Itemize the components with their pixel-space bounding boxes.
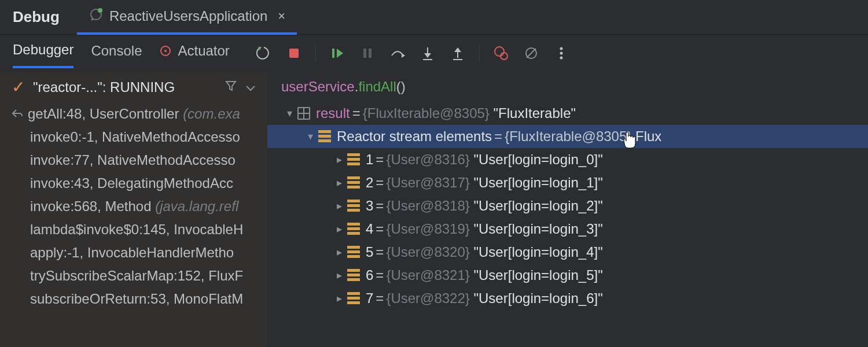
- chevron-right-icon[interactable]: ▸: [331, 246, 347, 259]
- svg-point-17: [560, 52, 562, 55]
- back-icon: [10, 106, 23, 122]
- list-icon: [347, 200, 360, 212]
- tab-actuator[interactable]: Actuator: [159, 39, 229, 67]
- thread-selector[interactable]: ✓ "reactor-...": RUNNING: [0, 72, 267, 102]
- rerun-icon: [89, 7, 104, 25]
- list-icon: [347, 246, 360, 259]
- filter-icon[interactable]: [225, 79, 237, 95]
- chevron-right-icon[interactable]: ▸: [331, 269, 347, 282]
- list-icon: [347, 269, 360, 282]
- evaluate-expression[interactable]: userService.findAll(): [267, 72, 868, 102]
- stack-frame[interactable]: trySubscribeScalarMap:152, FluxF: [0, 264, 267, 287]
- chevron-right-icon[interactable]: ▸: [331, 292, 347, 305]
- separator: [315, 43, 316, 63]
- stack-frame[interactable]: invoke:43, DelegatingMethodAcc: [0, 172, 267, 195]
- resume-button[interactable]: [329, 45, 346, 62]
- variable-row-element[interactable]: ▸ 7={User@8322} "User[login=login_6]": [267, 287, 868, 310]
- cursor-icon: [621, 131, 638, 153]
- check-icon: ✓: [12, 77, 25, 97]
- tool-window-title: Debug: [0, 8, 77, 26]
- chevron-right-icon[interactable]: ▸: [331, 200, 347, 212]
- variable-row-result[interactable]: ▾ result={FluxIterable@8305} "FluxIterab…: [267, 102, 868, 125]
- chevron-down-icon[interactable]: [245, 79, 256, 95]
- debugger-toolbar: Debugger Console Actuator: [0, 35, 868, 72]
- list-icon: [347, 153, 360, 166]
- variable-row-element[interactable]: ▸ 5={User@8320} "User[login=login_4]": [267, 241, 868, 264]
- svg-line-15: [527, 49, 536, 58]
- svg-point-3: [164, 50, 167, 52]
- list-icon: [347, 176, 360, 189]
- stack-frame[interactable]: lambda$invoke$0:145, InvocableH: [0, 218, 267, 241]
- chevron-right-icon[interactable]: ▸: [331, 153, 347, 166]
- frames-panel: ✓ "reactor-...": RUNNING getAll:48, User…: [0, 72, 267, 347]
- chevron-down-icon[interactable]: ▾: [302, 130, 318, 143]
- tab-console[interactable]: Console: [91, 39, 142, 67]
- svg-point-18: [560, 57, 562, 60]
- list-icon: [347, 223, 360, 235]
- actuator-icon: [159, 45, 172, 57]
- list-icon: [318, 130, 331, 143]
- svg-rect-6: [363, 49, 366, 58]
- svg-rect-7: [369, 49, 372, 58]
- separator: [479, 43, 480, 63]
- list-icon: [347, 292, 360, 305]
- stack-frame[interactable]: apply:-1, InvocableHandlerMetho: [0, 241, 267, 264]
- close-icon[interactable]: ×: [278, 9, 285, 24]
- svg-point-1: [98, 8, 102, 13]
- chevron-right-icon[interactable]: ▸: [331, 176, 347, 189]
- variable-row-element[interactable]: ▸ 3={User@8318} "User[login=login_2]": [267, 194, 868, 217]
- stack-frame[interactable]: getAll:48, UserController (com.exa: [0, 102, 267, 125]
- variable-row-element[interactable]: ▸ 2={User@8317} "User[login=login_1]": [267, 171, 868, 194]
- chevron-down-icon[interactable]: ▾: [281, 107, 297, 120]
- rerun-button[interactable]: [255, 45, 273, 62]
- variable-row-element[interactable]: ▸ 6={User@8321} "User[login=login_5]": [267, 264, 868, 287]
- variables-panel: userService.findAll() ▾ result={FluxIter…: [267, 72, 868, 347]
- svg-rect-4: [289, 49, 299, 58]
- top-bar: Debug ReactiveUsersApplication ×: [0, 0, 868, 35]
- view-breakpoints-button[interactable]: [492, 45, 510, 62]
- pause-button[interactable]: [359, 45, 376, 62]
- stop-button[interactable]: [285, 45, 303, 62]
- tab-label: ReactiveUsersApplication: [109, 8, 267, 24]
- step-over-button[interactable]: [389, 45, 406, 62]
- mute-breakpoints-button[interactable]: [523, 45, 540, 62]
- table-icon: [297, 107, 310, 120]
- run-config-tab[interactable]: ReactiveUsersApplication ×: [77, 0, 297, 35]
- variable-row-stream[interactable]: ▾ Reactor stream elements={FluxIterable@…: [267, 125, 868, 148]
- stack-frame[interactable]: invoke0:-1, NativeMethodAccesso: [0, 125, 267, 149]
- svg-point-16: [560, 47, 562, 50]
- svg-point-12: [495, 47, 504, 56]
- more-button[interactable]: [553, 45, 570, 62]
- chevron-right-icon[interactable]: ▸: [331, 223, 347, 235]
- stack-frame[interactable]: subscribeOrReturn:53, MonoFlatM: [0, 287, 267, 311]
- svg-rect-5: [332, 49, 334, 58]
- stack-frame[interactable]: invoke:77, NativeMethodAccesso: [0, 149, 267, 172]
- variable-row-element[interactable]: ▸ 1={User@8316} "User[login=login_0]": [267, 148, 868, 171]
- stack-frame[interactable]: invoke:568, Method (java.lang.refl: [0, 195, 267, 218]
- step-out-button[interactable]: [449, 45, 466, 62]
- tab-debugger[interactable]: Debugger: [13, 38, 73, 68]
- main-panel: ✓ "reactor-...": RUNNING getAll:48, User…: [0, 72, 868, 347]
- variable-row-element[interactable]: ▸ 4={User@8319} "User[login=login_3]": [267, 217, 868, 241]
- step-into-button[interactable]: [419, 45, 436, 62]
